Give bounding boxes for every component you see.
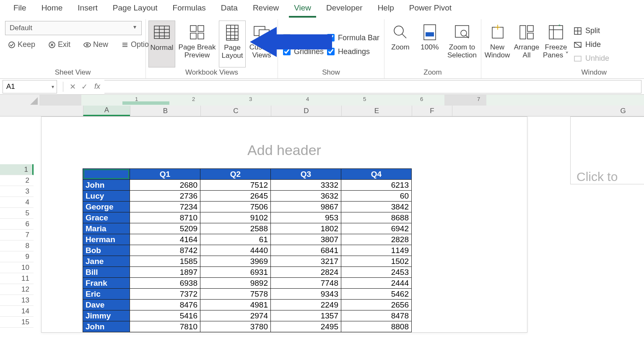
zoom-icon bbox=[391, 23, 410, 41]
keep-icon bbox=[8, 41, 16, 49]
menu-tab-view[interactable]: View bbox=[286, 0, 319, 17]
table-row[interactable]: Bob8742444068411149 bbox=[83, 245, 412, 256]
menu-tab-developer[interactable]: Developer bbox=[319, 0, 370, 17]
svg-rect-19 bbox=[527, 26, 533, 31]
chevron-down-icon: ˅ bbox=[565, 51, 569, 59]
row-header-7[interactable]: 7 bbox=[0, 230, 34, 240]
column-header-a[interactable]: A bbox=[83, 106, 130, 116]
menu-tab-formulas[interactable]: Formulas bbox=[165, 0, 213, 17]
split-icon bbox=[574, 27, 582, 35]
table-row[interactable]: Lucy27362645363260 bbox=[83, 191, 412, 202]
table-row[interactable]: Bill1897693128242453 bbox=[83, 267, 412, 278]
row-header-1[interactable]: 1 bbox=[0, 164, 34, 175]
table-row[interactable]: Maria5209258818026942 bbox=[83, 223, 412, 234]
svg-point-0 bbox=[9, 42, 15, 48]
svg-text:*: * bbox=[558, 23, 561, 29]
menu-tab-insert[interactable]: Insert bbox=[70, 0, 105, 17]
menu-tab-file[interactable]: File bbox=[6, 0, 34, 17]
worksheet-area[interactable]: 123456789101112131415 Add header Q1Q2Q3Q… bbox=[0, 116, 644, 362]
options-icon bbox=[121, 41, 129, 49]
arrange-all-icon bbox=[517, 23, 536, 41]
svg-rect-18 bbox=[520, 26, 526, 39]
sheet-view-select[interactable] bbox=[5, 21, 142, 35]
menu-tab-home[interactable]: Home bbox=[34, 0, 70, 17]
formula-bar-checkbox[interactable]: Formula Bar bbox=[327, 34, 379, 42]
column-header-e[interactable]: E bbox=[341, 106, 412, 116]
group-label-window: Window bbox=[484, 68, 611, 78]
svg-rect-4 bbox=[154, 26, 169, 39]
svg-point-2 bbox=[84, 43, 91, 47]
table-row[interactable]: John7810378024958808 bbox=[83, 321, 412, 332]
hide-icon bbox=[574, 41, 582, 49]
menu-tab-page-layout[interactable]: Page Layout bbox=[105, 0, 165, 17]
row-header-14[interactable]: 14 bbox=[0, 306, 34, 317]
column-header-c[interactable]: C bbox=[200, 106, 271, 116]
new-button[interactable]: New bbox=[80, 39, 111, 50]
formula-input[interactable] bbox=[104, 80, 641, 93]
freeze-panes-button[interactable]: * Freeze Panes ˅ bbox=[543, 21, 569, 67]
menu-tab-data[interactable]: Data bbox=[213, 0, 245, 17]
table-row[interactable]: John2680751233326213 bbox=[83, 180, 412, 191]
column-header-f[interactable]: F bbox=[412, 106, 452, 116]
group-label-workbook-views: Workbook Views bbox=[148, 68, 275, 78]
exit-icon bbox=[48, 41, 56, 49]
new-window-icon bbox=[488, 23, 506, 41]
column-header-d[interactable]: D bbox=[271, 106, 341, 116]
menu-tab-help[interactable]: Help bbox=[370, 0, 402, 17]
table-row[interactable]: Frank6938989277482444 bbox=[83, 278, 412, 289]
row-header-8[interactable]: 8 bbox=[0, 240, 34, 251]
hide-button[interactable]: Hide bbox=[572, 39, 611, 50]
cancel-formula-button[interactable]: ✕ bbox=[67, 82, 78, 91]
svg-point-16 bbox=[461, 30, 467, 36]
split-button[interactable]: Split bbox=[572, 26, 611, 36]
enter-formula-button[interactable]: ✓ bbox=[78, 82, 90, 91]
exit-button[interactable]: Exit bbox=[45, 39, 73, 50]
name-box[interactable]: A1 bbox=[3, 80, 57, 93]
page-layout-button[interactable]: Page Layout bbox=[219, 21, 246, 67]
row-header-3[interactable]: 3 bbox=[0, 186, 34, 197]
normal-view-button[interactable]: Normal bbox=[148, 21, 175, 67]
group-label-sheet-view: Sheet View bbox=[3, 68, 143, 78]
table-row[interactable]: Dave8476498122492656 bbox=[83, 300, 412, 310]
row-header-4[interactable]: 4 bbox=[0, 197, 34, 208]
arrange-all-button[interactable]: Arrange All bbox=[513, 21, 540, 67]
row-header-15[interactable]: 15 bbox=[0, 317, 34, 328]
annotation-arrow bbox=[250, 25, 334, 63]
svg-rect-14 bbox=[426, 32, 434, 36]
menu-bar: FileHomeInsertPage LayoutFormulasDataRev… bbox=[0, 0, 644, 17]
row-header-5[interactable]: 5 bbox=[0, 208, 34, 219]
horizontal-ruler[interactable]: 1234567 bbox=[0, 95, 644, 106]
menu-tab-power-pivot[interactable]: Power Pivot bbox=[402, 0, 459, 17]
column-header-b[interactable]: B bbox=[130, 106, 200, 116]
header-placeholder[interactable]: Add header bbox=[42, 138, 527, 168]
zoom-button[interactable]: Zoom bbox=[387, 21, 414, 67]
page-preview: Add header Q1Q2Q3Q4 John2680751233326213… bbox=[41, 116, 527, 333]
fx-icon[interactable]: fx bbox=[94, 82, 100, 91]
row-header-12[interactable]: 12 bbox=[0, 284, 34, 295]
column-header-g[interactable]: G bbox=[602, 106, 644, 116]
headings-checkbox[interactable]: Headings bbox=[327, 47, 379, 56]
svg-point-12 bbox=[394, 26, 403, 35]
table-row[interactable]: Jane1585396932171502 bbox=[83, 256, 412, 267]
table-row[interactable]: Eric7372757893435462 bbox=[83, 289, 412, 300]
table-row[interactable]: Grace871091029538688 bbox=[83, 212, 412, 223]
page-layout-icon bbox=[223, 23, 242, 42]
new-window-button[interactable]: New Window bbox=[484, 21, 511, 67]
table-row[interactable]: Herman41646138072828 bbox=[83, 234, 412, 245]
row-header-6[interactable]: 6 bbox=[0, 219, 34, 230]
page-break-preview-button[interactable]: Page Break Preview bbox=[178, 21, 216, 67]
svg-marker-26 bbox=[250, 27, 332, 57]
next-page-preview[interactable]: Click to bbox=[570, 116, 644, 184]
menu-tab-review[interactable]: Review bbox=[245, 0, 286, 17]
zoom-to-selection-button[interactable]: Zoom to Selection bbox=[446, 21, 478, 67]
keep-button[interactable]: Keep bbox=[5, 39, 38, 50]
row-header-13[interactable]: 13 bbox=[0, 295, 34, 306]
table-row[interactable]: George7234750698673842 bbox=[83, 202, 412, 212]
freeze-panes-icon: * bbox=[547, 23, 565, 41]
table-row[interactable]: Jimmy5416297413578478 bbox=[83, 310, 412, 321]
row-header-11[interactable]: 11 bbox=[0, 273, 34, 284]
row-header-2[interactable]: 2 bbox=[0, 175, 34, 186]
row-header-10[interactable]: 10 bbox=[0, 262, 34, 273]
zoom-100-button[interactable]: 100% bbox=[416, 21, 443, 67]
row-header-9[interactable]: 9 bbox=[0, 251, 34, 262]
